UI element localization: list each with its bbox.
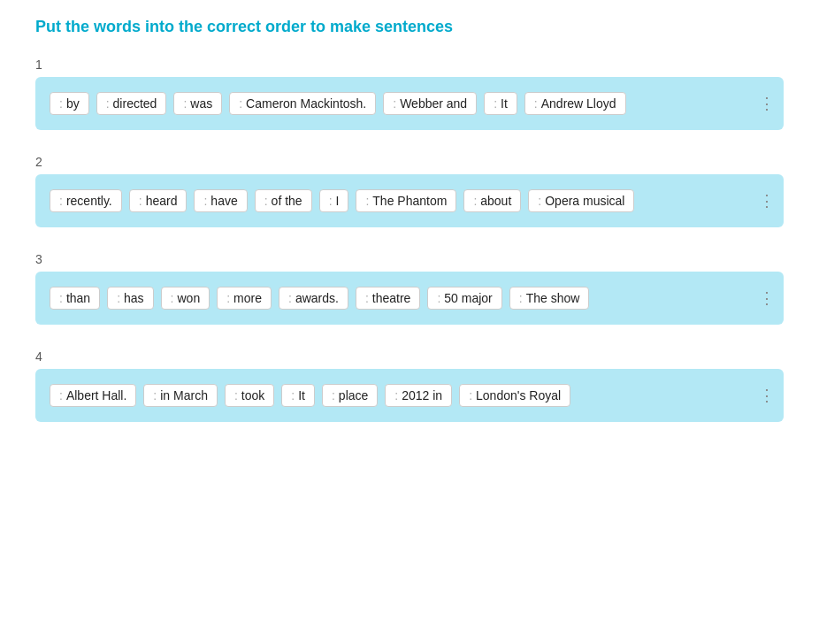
word-tag-3-3[interactable]: more: [217, 287, 272, 310]
word-tag-2-5[interactable]: The Phantom: [356, 189, 456, 212]
page-title: Put the words into the correct order to …: [35, 18, 784, 36]
sentence-block-4: 4Albert Hall.in MarchtookItplace2012 inL…: [35, 349, 784, 422]
word-tag-2-4[interactable]: I: [319, 189, 349, 212]
word-tag-2-1[interactable]: heard: [129, 189, 188, 212]
word-tag-2-0[interactable]: recently.: [50, 189, 122, 212]
sentence-number-4: 4: [35, 349, 784, 364]
sentence-block-3: 3thanhaswonmoreawards.theatre50 majorThe…: [35, 252, 784, 325]
word-tag-3-0[interactable]: than: [50, 287, 100, 310]
word-tag-2-2[interactable]: have: [194, 189, 247, 212]
word-container-4: Albert Hall.in MarchtookItplace2012 inLo…: [35, 369, 784, 422]
word-tag-3-6[interactable]: 50 major: [427, 287, 501, 310]
word-tag-4-0[interactable]: Albert Hall.: [50, 384, 136, 407]
sentence-block-2: 2recently.heardhaveof theIThe Phantomabo…: [35, 155, 784, 227]
word-tag-1-1[interactable]: directed: [96, 92, 167, 115]
word-tag-4-2[interactable]: took: [225, 384, 274, 407]
word-tag-2-6[interactable]: about: [463, 189, 521, 212]
word-tag-4-5[interactable]: 2012 in: [385, 384, 452, 407]
word-tag-1-4[interactable]: Webber and: [383, 92, 477, 115]
word-tag-3-5[interactable]: theatre: [356, 287, 420, 310]
sentence-number-3: 3: [35, 252, 784, 266]
word-tag-1-0[interactable]: by: [50, 92, 89, 115]
word-container-3: thanhaswonmoreawards.theatre50 majorThe …: [35, 272, 784, 325]
word-tag-1-3[interactable]: Cameron Mackintosh.: [229, 92, 376, 115]
word-tag-3-1[interactable]: has: [107, 287, 153, 310]
sentence-block-1: 1bydirectedwasCameron Mackintosh.Webber …: [35, 58, 784, 130]
word-tag-2-3[interactable]: of the: [255, 189, 312, 212]
drag-handle-4[interactable]: ⋮: [759, 386, 775, 405]
word-tag-2-7[interactable]: Opera musical: [528, 189, 634, 212]
word-tag-1-5[interactable]: It: [484, 92, 517, 115]
drag-handle-2[interactable]: ⋮: [759, 191, 775, 211]
word-tag-3-2[interactable]: won: [161, 287, 210, 310]
word-tag-4-6[interactable]: London's Royal: [459, 384, 570, 407]
word-tag-4-1[interactable]: in March: [143, 384, 218, 407]
drag-handle-1[interactable]: ⋮: [759, 94, 775, 113]
drag-handle-3[interactable]: ⋮: [759, 288, 775, 308]
word-tag-1-6[interactable]: Andrew Lloyd: [524, 92, 626, 115]
word-tag-3-7[interactable]: The show: [509, 287, 590, 310]
word-container-1: bydirectedwasCameron Mackintosh.Webber a…: [35, 77, 784, 130]
word-tag-3-4[interactable]: awards.: [279, 287, 348, 310]
word-tag-4-3[interactable]: It: [281, 384, 315, 407]
word-container-2: recently.heardhaveof theIThe Phantomabou…: [35, 174, 784, 227]
sentence-number-2: 2: [35, 155, 784, 169]
sentence-number-1: 1: [35, 58, 784, 72]
word-tag-1-2[interactable]: was: [173, 92, 222, 115]
word-tag-4-4[interactable]: place: [322, 384, 378, 407]
